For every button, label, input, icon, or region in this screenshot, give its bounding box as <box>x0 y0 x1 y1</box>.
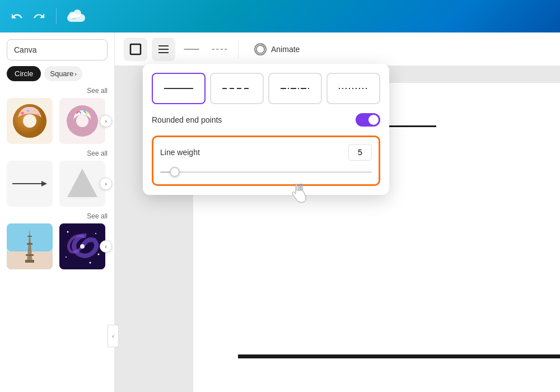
line-weight-section: Line weight <box>152 136 380 186</box>
line-weight-input[interactable] <box>348 144 372 161</box>
slider-track <box>160 171 372 173</box>
see-all-donuts[interactable]: See all <box>87 87 108 95</box>
tab-square[interactable]: Square › <box>44 66 82 81</box>
slider-container <box>160 166 372 178</box>
header-divider <box>56 8 57 24</box>
see-all-shapes[interactable]: See all <box>87 150 108 157</box>
list-item[interactable] <box>59 98 105 144</box>
toolbar-separator <box>238 40 239 58</box>
toolbar: Animate <box>115 32 560 66</box>
toggle-knob <box>368 115 379 125</box>
redo-button[interactable] <box>31 8 47 24</box>
svg-rect-31 <box>26 254 34 256</box>
list-item[interactable] <box>59 161 105 207</box>
rounded-endpoints-toggle[interactable] <box>356 113 380 127</box>
search-input[interactable] <box>7 39 108 60</box>
line-style-dropdown: Rounded end points Line weight <box>143 64 389 195</box>
svg-point-38 <box>66 256 67 258</box>
tab-circle[interactable]: Circle <box>7 66 41 81</box>
donuts-next-btn[interactable]: › <box>100 115 112 127</box>
line-style-dotted-dash[interactable] <box>268 73 322 104</box>
rounded-endpoints-label: Rounded end points <box>152 115 222 124</box>
illustrations-grid: ‹ <box>7 223 108 269</box>
dashed-line-button[interactable] <box>208 38 231 61</box>
thin-line-button[interactable] <box>180 38 203 61</box>
list-item[interactable] <box>59 223 105 269</box>
section-shapes: See all › <box>7 150 108 207</box>
save-cloud-button[interactable]: ··· <box>66 8 87 24</box>
line-style-options <box>152 73 380 104</box>
section-header-illustrations: See all <box>7 212 108 220</box>
header: ··· <box>0 0 560 32</box>
line-weight-label: Line weight <box>160 148 200 157</box>
svg-line-18 <box>80 111 81 113</box>
section-header-shapes: See all <box>7 150 108 157</box>
shape-square-button[interactable] <box>124 38 147 61</box>
list-item[interactable] <box>7 223 53 269</box>
svg-text:···: ··· <box>72 16 76 21</box>
see-all-illustrations[interactable]: See all <box>87 212 108 220</box>
slider-thumb[interactable] <box>170 167 180 177</box>
animate-label: Animate <box>271 45 300 54</box>
svg-point-34 <box>80 244 85 249</box>
svg-point-11 <box>25 110 26 111</box>
lines-button[interactable] <box>152 38 175 61</box>
shape-tabs: Circle Square › <box>7 66 108 81</box>
canvas-element-line2[interactable] <box>238 354 560 358</box>
svg-rect-29 <box>27 243 32 245</box>
section-illustrations: See all <box>7 212 108 269</box>
section-header-donuts: See all <box>7 87 108 95</box>
svg-point-39 <box>90 262 91 264</box>
main-layout: Circle Square › See all <box>0 32 560 392</box>
svg-rect-30 <box>27 236 32 237</box>
svg-point-9 <box>34 110 36 113</box>
svg-point-7 <box>21 112 24 115</box>
rounded-endpoints-row: Rounded end points <box>152 113 380 127</box>
svg-point-36 <box>95 233 96 234</box>
svg-rect-40 <box>130 44 141 54</box>
section-donuts: See all <box>7 87 108 144</box>
svg-point-10 <box>37 114 39 116</box>
list-item[interactable] <box>7 161 53 207</box>
undo-button[interactable] <box>9 8 25 24</box>
svg-point-37 <box>98 254 100 255</box>
chevron-right-icon: › <box>74 71 77 77</box>
animate-button[interactable]: Animate <box>245 39 309 60</box>
shapes-grid: › <box>7 161 108 207</box>
svg-point-19 <box>76 115 88 127</box>
line-style-dashed[interactable] <box>210 73 264 104</box>
list-item[interactable] <box>7 98 53 144</box>
svg-point-35 <box>67 231 69 233</box>
svg-rect-32 <box>25 260 34 263</box>
donuts-grid: › <box>7 98 108 144</box>
line-style-dotted[interactable] <box>326 73 380 104</box>
sidebar-collapse-button[interactable]: ‹ <box>108 325 119 347</box>
illustrations-next-btn[interactable]: ‹ <box>100 240 112 253</box>
svg-point-12 <box>23 114 36 128</box>
line-weight-header: Line weight <box>160 144 372 161</box>
sidebar: Circle Square › See all <box>0 32 115 392</box>
animate-icon <box>254 43 267 55</box>
line-style-solid[interactable] <box>152 73 206 104</box>
svg-line-17 <box>86 113 87 115</box>
shapes-next-btn[interactable]: › <box>100 178 112 190</box>
svg-point-8 <box>27 110 29 112</box>
canvas-area: Animate <box>115 32 560 392</box>
